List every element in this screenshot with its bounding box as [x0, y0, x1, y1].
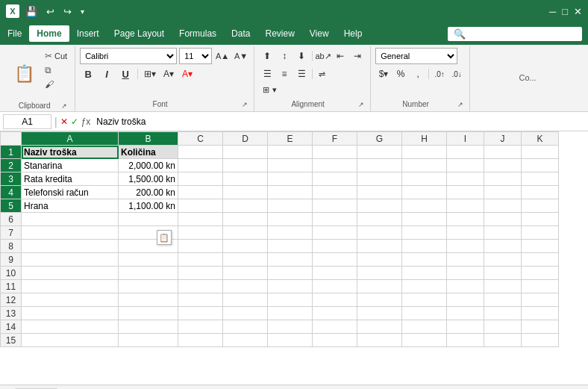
menu-formulas[interactable]: Formulas: [172, 25, 224, 42]
cell-K11[interactable]: [522, 280, 559, 293]
cell-C10[interactable]: [178, 267, 223, 280]
cell-A9[interactable]: [22, 253, 119, 267]
decrease-decimal-button[interactable]: .0↓: [448, 66, 465, 82]
cell-A12[interactable]: [22, 293, 119, 307]
cell-G8[interactable]: [357, 240, 402, 253]
row-header-12[interactable]: 12: [1, 293, 22, 307]
cell-H5[interactable]: [402, 199, 447, 213]
alignment-expander[interactable]: ↗: [357, 101, 366, 108]
cell-C8[interactable]: [178, 240, 223, 253]
comma-button[interactable]: ,: [410, 66, 426, 82]
cell-B13[interactable]: [119, 307, 178, 320]
row-header-14[interactable]: 14: [1, 320, 22, 334]
cell-I7[interactable]: [447, 226, 484, 240]
cell-D2[interactable]: [223, 159, 268, 172]
font-expander[interactable]: ↗: [240, 101, 249, 108]
quick-access-more[interactable]: ▾: [78, 6, 87, 17]
col-header-K[interactable]: K: [522, 132, 559, 146]
cell-I8[interactable]: [447, 240, 484, 253]
menu-help[interactable]: Help: [337, 25, 370, 42]
col-header-A[interactable]: A: [22, 132, 119, 146]
cell-D4[interactable]: [223, 186, 268, 199]
cell-K5[interactable]: [522, 199, 559, 213]
cell-B5[interactable]: 1,100.00 kn: [119, 199, 178, 213]
cell-D15[interactable]: [223, 334, 268, 347]
cell-H12[interactable]: [402, 293, 447, 307]
align-left-button[interactable]: ☰: [259, 66, 275, 82]
menu-data[interactable]: Data: [224, 25, 257, 42]
col-header-B[interactable]: B: [119, 132, 178, 146]
cell-G15[interactable]: [357, 334, 402, 347]
border-button[interactable]: ⊞▾: [142, 66, 158, 82]
cell-H4[interactable]: [402, 186, 447, 199]
cancel-formula-icon[interactable]: ✕: [60, 116, 68, 127]
bold-button[interactable]: B: [80, 66, 96, 82]
col-header-F[interactable]: F: [313, 132, 357, 146]
cell-B11[interactable]: [119, 280, 178, 293]
cell-B12[interactable]: [119, 293, 178, 307]
row-header-3[interactable]: 3: [1, 172, 22, 186]
row-header-10[interactable]: 10: [1, 267, 22, 280]
align-center-button[interactable]: ≡: [276, 66, 293, 82]
currency-button[interactable]: $▾: [375, 66, 392, 82]
cell-G14[interactable]: [357, 320, 402, 334]
cell-D13[interactable]: [223, 307, 268, 320]
cell-F6[interactable]: [313, 213, 357, 226]
cell-H15[interactable]: [402, 334, 447, 347]
increase-decimal-button[interactable]: .0↑: [431, 66, 448, 82]
menu-view[interactable]: View: [302, 25, 337, 42]
cell-J11[interactable]: [484, 280, 522, 293]
cell-J7[interactable]: [484, 226, 522, 240]
align-bottom-button[interactable]: ⬇: [293, 48, 310, 64]
cell-A4[interactable]: Telefonski račun: [22, 186, 119, 199]
cell-F5[interactable]: [313, 199, 357, 213]
cell-F9[interactable]: [313, 253, 357, 267]
cell-D8[interactable]: [223, 240, 268, 253]
cell-A5[interactable]: Hrana: [22, 199, 119, 213]
cell-E15[interactable]: [268, 334, 313, 347]
cell-K1[interactable]: [522, 146, 559, 159]
cell-A14[interactable]: [22, 320, 119, 334]
cell-A11[interactable]: [22, 280, 119, 293]
cell-C4[interactable]: [178, 186, 223, 199]
cell-J5[interactable]: [484, 199, 522, 213]
cell-J13[interactable]: [484, 307, 522, 320]
cell-E10[interactable]: [268, 267, 313, 280]
font-name-select[interactable]: Calibri Arial Times New Roman: [80, 48, 177, 64]
cell-D7[interactable]: [223, 226, 268, 240]
cell-I12[interactable]: [447, 293, 484, 307]
cell-I10[interactable]: [447, 267, 484, 280]
cell-J1[interactable]: [484, 146, 522, 159]
cell-E5[interactable]: [268, 199, 313, 213]
cell-G5[interactable]: [357, 199, 402, 213]
cell-C6[interactable]: [178, 213, 223, 226]
cell-H1[interactable]: [402, 146, 447, 159]
maximize-button[interactable]: □: [562, 6, 568, 17]
cell-K12[interactable]: [522, 293, 559, 307]
cell-K3[interactable]: [522, 172, 559, 186]
cell-A10[interactable]: [22, 267, 119, 280]
sheet-content[interactable]: A B C D E F G H I J K 1Naziv troškaKolič…: [0, 131, 588, 385]
cell-K7[interactable]: [522, 226, 559, 240]
col-header-I[interactable]: I: [447, 132, 484, 146]
cell-H10[interactable]: [402, 267, 447, 280]
cell-K14[interactable]: [522, 320, 559, 334]
cell-C2[interactable]: [178, 159, 223, 172]
cell-H9[interactable]: [402, 253, 447, 267]
cell-J4[interactable]: [484, 186, 522, 199]
row-header-9[interactable]: 9: [1, 253, 22, 267]
cell-J15[interactable]: [484, 334, 522, 347]
row-header-7[interactable]: 7: [1, 226, 22, 240]
paste-button[interactable]: 📋: [7, 48, 40, 100]
cell-G4[interactable]: [357, 186, 402, 199]
cell-A3[interactable]: Rata kredita: [22, 172, 119, 186]
cell-A1[interactable]: Naziv troška: [22, 146, 119, 159]
cell-I14[interactable]: [447, 320, 484, 334]
cell-J10[interactable]: [484, 267, 522, 280]
cell-F8[interactable]: [313, 240, 357, 253]
cell-E4[interactable]: [268, 186, 313, 199]
fill-color-button[interactable]: A▾: [160, 66, 177, 82]
cell-F7[interactable]: [313, 226, 357, 240]
cell-C14[interactable]: [178, 320, 223, 334]
indent-decrease-button[interactable]: ⇤: [332, 48, 348, 64]
